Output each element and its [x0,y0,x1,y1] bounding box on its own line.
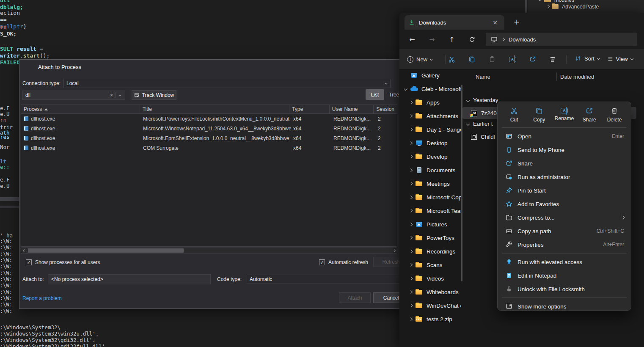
menu-item-copy-as-path[interactable]: Copy as path Ctrl+Shift+C [499,224,629,238]
copy-button[interactable] [465,52,479,66]
view-button[interactable]: ≡ View [603,52,637,66]
chevron-icon[interactable] [409,128,413,131]
share-button[interactable] [526,52,540,66]
chevron-icon[interactable] [409,236,413,240]
chevron-icon[interactable] [409,304,413,307]
chevron-icon[interactable] [409,263,413,267]
menu-item-pin-to-start[interactable]: Pin to Start [499,184,629,197]
chevron-down-icon[interactable] [118,93,121,96]
tree-item-modules[interactable]: modules [538,0,574,3]
sidebar-item[interactable]: Apps [399,96,461,109]
chevron-icon[interactable] [409,141,413,145]
sidebar-item[interactable]: Microsoft Tear [399,204,461,218]
sidebar-item[interactable]: Recordings [399,245,461,258]
chevron-icon[interactable] [409,182,413,185]
menu-item-run-as-administrator[interactable]: Run as administrator [499,170,629,184]
sidebar-item[interactable]: Attachments [399,109,461,123]
rename-button[interactable] [505,52,520,66]
close-tab-icon[interactable]: × [490,19,500,26]
column-header-date-modified[interactable]: Date modified [560,74,594,80]
refresh-button[interactable] [465,33,479,46]
track-window-button[interactable]: Track Window [132,90,176,100]
sidebar-item[interactable]: Scans [399,258,461,272]
column-header-user[interactable]: User Name [330,105,374,113]
horizontal-scrollbar[interactable] [21,248,397,253]
group-yesterday[interactable]: Yesterday [467,97,498,103]
sidebar-item[interactable]: Gallery [399,69,461,82]
process-row[interactable]: dllhost.exe COM Surrogate x64 REDMOND\gk… [21,143,397,153]
sort-button[interactable]: Sort [570,52,604,65]
share-button[interactable]: Share [578,105,601,125]
column-header-title[interactable]: Title [140,105,289,113]
process-row[interactable]: dllhost.exe Microsoft.WindowsNotepad_11.… [21,124,397,133]
clear-filter-icon[interactable]: × [107,92,116,98]
menu-item-share[interactable]: Share [499,157,629,170]
group-earlier[interactable]: Earlier t [467,121,493,127]
forward-button[interactable]: → [425,33,439,46]
show-all-users-checkbox[interactable] [26,259,32,265]
scroll-right-arrow[interactable] [391,248,397,253]
chevron-down-icon[interactable] [466,98,470,102]
column-header-name[interactable]: Name [465,74,556,80]
chevron-icon[interactable] [409,155,413,158]
rename-button[interactable]: Rename [553,105,576,125]
sidebar-item[interactable]: tests 2.zip [399,312,461,326]
address-bar[interactable]: Downloads [486,33,637,46]
chevron-right-icon[interactable] [546,5,550,8]
code-type-select[interactable]: Automatic [247,275,404,284]
sidebar-item[interactable]: Videos [399,272,461,285]
tree-view-toggle[interactable]: Tree [389,92,399,98]
chevron-icon[interactable] [409,250,413,253]
chevron-icon[interactable] [409,101,413,104]
menu-item-add-to-favorites[interactable]: Add to Favorites [499,197,629,211]
menu-item-show-more-options[interactable]: Show more options [499,300,629,313]
process-row[interactable]: dllhost.exe Microsoft.PowerToys.FileLock… [21,114,397,124]
up-button[interactable]: ↑ [445,33,459,46]
breadcrumb[interactable]: Downloads [509,36,536,43]
scroll-left-arrow[interactable] [21,248,27,253]
chevron-icon[interactable] [404,87,407,91]
chevron-icon[interactable] [409,317,413,321]
sidebar-item[interactable]: PowerToys [399,231,461,245]
delete-button[interactable]: Delete [603,105,626,125]
menu-item-edit-in-notepad[interactable]: Edit in Notepad [499,269,629,282]
cut-button[interactable] [444,52,459,66]
chevron-icon[interactable] [409,114,413,118]
sidebar-item[interactable]: Whiteboards [399,285,461,299]
menu-item-open[interactable]: Open Enter [499,129,629,143]
chevron-icon[interactable] [409,168,413,172]
cut-button[interactable]: Cut [503,105,526,125]
scrollbar-thumb[interactable] [28,248,184,253]
sidebar-item[interactable]: Pictures [399,218,461,231]
process-filter-input[interactable]: dll × [22,91,125,100]
menu-item-run-with-elevated-access[interactable]: Run with elevated access [499,255,629,269]
sidebar-item[interactable]: WinDevChat c [399,299,461,312]
breadcrumb-chevron-icon[interactable] [501,38,505,41]
sidebar-item[interactable]: Documents [399,163,461,177]
copy-button[interactable]: Copy [528,105,550,125]
column-header-type[interactable]: Type [289,105,330,113]
attach-button[interactable]: Attach [339,292,371,303]
new-tab-button[interactable]: + [510,17,523,27]
chevron-down-icon[interactable] [466,122,470,125]
menu-item-unlock-with-file-locksmith[interactable]: Unlock with File Locksmith [499,282,629,296]
back-button[interactable]: ← [405,33,419,46]
editor-splitter[interactable] [0,197,19,201]
paste-button[interactable] [485,52,499,66]
attach-to-field[interactable]: <No process selected> [48,274,211,284]
sidebar-item[interactable]: Meetings [399,177,461,190]
chevron-icon[interactable] [409,223,413,226]
file-row-child[interactable]: Childl [462,131,495,143]
chevron-icon[interactable] [409,196,413,199]
tree-item-advancedpaste[interactable]: AdvancedPaste [547,3,599,10]
chevron-icon[interactable] [409,209,413,212]
solution-explorer-scrollbar[interactable] [525,0,527,13]
column-header-process[interactable]: Process [21,105,140,113]
sidebar-item[interactable]: Day 1 - Sangee [399,123,461,136]
process-row[interactable]: dllhost.exe Microsoft.EpmShellExtension_… [21,133,397,143]
chevron-icon[interactable] [409,277,413,280]
column-divider[interactable] [556,72,557,81]
menu-item-properties[interactable]: Properties Alt+Enter [499,238,629,251]
report-problem-link[interactable]: Report a problem [22,295,62,301]
chevron-icon[interactable] [409,290,413,294]
